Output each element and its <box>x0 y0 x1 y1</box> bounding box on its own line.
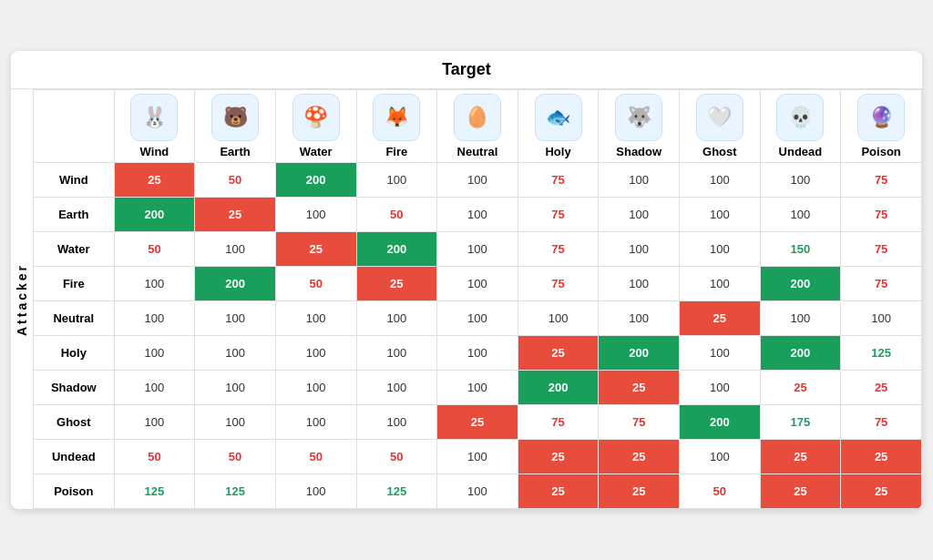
cell-wind-earth: 50 <box>195 163 276 198</box>
cell-wind-ghost: 100 <box>680 163 761 198</box>
cell-undead-wind: 50 <box>114 440 195 474</box>
cell-water-neutral: 100 <box>437 232 518 267</box>
col-label-ghost: Ghost <box>702 145 737 158</box>
cell-ghost-earth: 100 <box>195 405 276 440</box>
cell-earth-earth: 25 <box>195 198 276 232</box>
cell-holy-wind: 100 <box>114 336 195 371</box>
cell-poison-undead: 25 <box>760 474 841 509</box>
cell-undead-shadow: 25 <box>599 440 680 474</box>
undead-icon: 💀 <box>776 94 824 141</box>
cell-shadow-wind: 100 <box>114 371 195 405</box>
col-label-holy: Holy <box>545 145 570 158</box>
table-row: Wind25502001001007510010010075 <box>34 163 922 198</box>
cell-poison-water: 100 <box>275 474 356 509</box>
col-label-shadow: Shadow <box>616 145 661 158</box>
cell-fire-water: 50 <box>275 267 356 301</box>
cell-fire-ghost: 100 <box>680 267 761 301</box>
row-label-water: Water <box>34 232 115 267</box>
cell-wind-poison: 75 <box>841 163 922 198</box>
table-row: Earth20025100501007510010010075 <box>34 198 922 232</box>
table-row: Fire10020050251007510010020075 <box>34 267 922 301</box>
corner-cell <box>34 90 115 163</box>
shadow-icon: 🐺 <box>615 94 662 141</box>
cell-water-earth: 100 <box>195 232 276 267</box>
main-container: Target Attacker 🐰 Wind 🐻 Earth 🍄 Water 🦊… <box>11 51 922 509</box>
col-header-ghost: 🤍 Ghost <box>680 90 761 163</box>
cell-shadow-water: 100 <box>275 371 356 405</box>
col-header-neutral: 🥚 Neutral <box>437 90 518 163</box>
row-label-holy: Holy <box>34 336 115 371</box>
cell-shadow-ghost: 100 <box>680 371 761 405</box>
col-header-shadow: 🐺 Shadow <box>599 90 680 163</box>
cell-fire-neutral: 100 <box>437 267 518 301</box>
col-header-holy: 🐟 Holy <box>518 90 599 163</box>
cell-poison-ghost: 50 <box>680 474 761 509</box>
cell-holy-water: 100 <box>275 336 356 371</box>
cell-shadow-undead: 25 <box>760 371 841 405</box>
cell-earth-fire: 50 <box>356 198 437 232</box>
cell-undead-ghost: 100 <box>680 440 761 474</box>
cell-ghost-holy: 75 <box>518 405 599 440</box>
cell-neutral-poison: 100 <box>841 301 922 336</box>
cell-ghost-water: 100 <box>275 405 356 440</box>
cell-neutral-undead: 100 <box>760 301 841 336</box>
cell-holy-poison: 125 <box>841 336 922 371</box>
cell-holy-shadow: 200 <box>599 336 680 371</box>
cell-wind-shadow: 100 <box>599 163 680 198</box>
cell-earth-neutral: 100 <box>437 198 518 232</box>
cell-fire-earth: 200 <box>195 267 276 301</box>
cell-undead-water: 50 <box>275 440 356 474</box>
cell-water-poison: 75 <box>841 232 922 267</box>
ghost-icon: 🤍 <box>696 94 743 141</box>
col-header-wind: 🐰 Wind <box>114 90 195 163</box>
cell-poison-fire: 125 <box>356 474 437 509</box>
cell-earth-ghost: 100 <box>680 198 761 232</box>
cell-poison-shadow: 25 <box>599 474 680 509</box>
cell-ghost-poison: 75 <box>841 405 922 440</box>
cell-shadow-holy: 200 <box>518 371 599 405</box>
row-label-earth: Earth <box>34 198 115 232</box>
cell-undead-earth: 50 <box>195 440 276 474</box>
col-header-undead: 💀 Undead <box>760 90 841 163</box>
cell-shadow-poison: 25 <box>841 371 922 405</box>
cell-earth-undead: 100 <box>760 198 841 232</box>
cell-fire-undead: 200 <box>760 267 841 301</box>
cell-water-ghost: 100 <box>680 232 761 267</box>
water-icon: 🍄 <box>292 94 340 141</box>
cell-undead-undead: 25 <box>760 440 841 474</box>
cell-neutral-neutral: 100 <box>437 301 518 336</box>
cell-earth-poison: 75 <box>841 198 922 232</box>
effectiveness-table: 🐰 Wind 🐻 Earth 🍄 Water 🦊 Fire 🥚 Neutral … <box>33 89 922 509</box>
cell-ghost-wind: 100 <box>114 405 195 440</box>
row-label-ghost: Ghost <box>34 405 115 440</box>
table-row: Water50100252001007510010015075 <box>34 232 922 267</box>
table-row: Holy10010010010010025200100200125 <box>34 336 922 371</box>
cell-neutral-fire: 100 <box>356 301 437 336</box>
cell-neutral-earth: 100 <box>195 301 276 336</box>
cell-holy-ghost: 100 <box>680 336 761 371</box>
cell-water-holy: 75 <box>518 232 599 267</box>
col-label-water: Water <box>300 145 333 158</box>
row-label-poison: Poison <box>34 474 115 509</box>
cell-water-wind: 50 <box>114 232 195 267</box>
cell-fire-shadow: 100 <box>599 267 680 301</box>
col-label-neutral: Neutral <box>457 145 498 158</box>
cell-earth-water: 100 <box>275 198 356 232</box>
cell-wind-wind: 25 <box>114 163 195 198</box>
cell-undead-poison: 25 <box>841 440 922 474</box>
cell-holy-holy: 25 <box>518 336 599 371</box>
col-label-wind: Wind <box>140 145 169 158</box>
cell-ghost-ghost: 200 <box>680 405 761 440</box>
row-label-undead: Undead <box>34 440 115 474</box>
col-label-poison: Poison <box>861 145 900 158</box>
table-row: Neutral10010010010010010010025100100 <box>34 301 922 336</box>
cell-fire-fire: 25 <box>356 267 437 301</box>
table-row: Undead5050505010025251002525 <box>34 440 922 474</box>
earth-icon: 🐻 <box>211 94 259 141</box>
cell-earth-holy: 75 <box>518 198 599 232</box>
cell-holy-earth: 100 <box>195 336 276 371</box>
cell-wind-water: 200 <box>275 163 356 198</box>
cell-poison-holy: 25 <box>518 474 599 509</box>
holy-icon: 🐟 <box>535 94 582 141</box>
cell-poison-earth: 125 <box>195 474 276 509</box>
